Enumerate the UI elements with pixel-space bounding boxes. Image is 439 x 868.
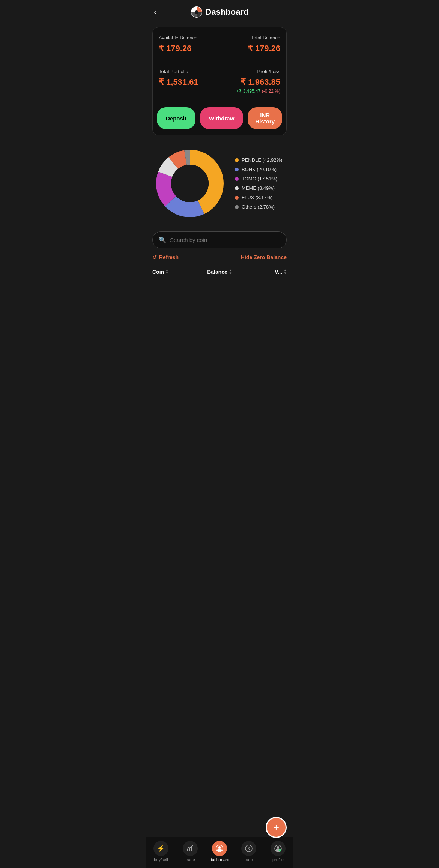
legend-item-meme: MEME (8.49%): [235, 185, 287, 191]
refresh-label: Refresh: [159, 254, 179, 260]
total-balance-value: ₹ 179.26: [226, 44, 280, 53]
svg-point-8: [171, 165, 209, 202]
profit-extra: +₹ 3,495.47 (-0.22 %): [226, 89, 280, 94]
legend-label-bonk: BONK (20.10%): [242, 167, 277, 172]
legend-dot-others: [235, 205, 239, 209]
refresh-icon: ↺: [152, 254, 157, 260]
search-box: 🔍: [152, 231, 287, 248]
balance-card: Available Balance ₹ 179.26 Total Balance…: [152, 27, 287, 135]
legend-item-tomo: TOMO (17.51%): [235, 176, 287, 182]
legend-label-pendle: PENDLE (42.92%): [242, 157, 282, 163]
profit-loss-value: ₹ 1,963.85: [226, 77, 280, 87]
legend-dot-tomo: [235, 177, 239, 181]
col-balance[interactable]: Balance ▲▼: [197, 269, 242, 275]
available-balance-label: Available Balance: [159, 35, 213, 41]
portfolio-value: ₹ 1,531.61: [159, 77, 213, 87]
portfolio-cell: Total Portfolio ₹ 1,531.61: [153, 61, 220, 101]
legend-label-flux: FLUX (8.17%): [242, 195, 272, 200]
header: ‹ Dashboard: [146, 0, 293, 24]
legend-dot-flux: [235, 196, 239, 200]
profit-loss-cell: Profit/Loss ₹ 1,963.85 +₹ 3,495.47 (-0.2…: [220, 61, 286, 101]
donut-chart: [152, 146, 227, 221]
balance-actions: Deposit Withdraw INR History: [153, 101, 286, 135]
col-value[interactable]: V... ▲▼: [242, 269, 287, 275]
chart-section: PENDLE (42.92%) BONK (20.10%) TOMO (17.5…: [146, 138, 293, 228]
legend-dot-pendle: [235, 158, 239, 162]
balance-row2: Total Portfolio ₹ 1,531.61 Profit/Loss ₹…: [153, 61, 286, 101]
table-header: Coin ▲▼ Balance ▲▼ V... ▲▼: [146, 265, 293, 279]
total-balance-cell: Total Balance ₹ 179.26: [220, 27, 286, 61]
legend-label-tomo: TOMO (17.51%): [242, 176, 277, 182]
available-balance-value: ₹ 179.26: [159, 44, 213, 53]
page-title: Dashboard: [206, 7, 249, 17]
refresh-button[interactable]: ↺ Refresh: [152, 254, 179, 260]
back-button[interactable]: ‹: [154, 7, 156, 17]
controls-row: ↺ Refresh Hide Zero Balance: [146, 250, 293, 265]
logo-icon: [191, 6, 203, 18]
sort-arrows-value: ▲▼: [284, 269, 287, 275]
legend-item-bonk: BONK (20.10%): [235, 167, 287, 172]
withdraw-button[interactable]: Withdraw: [200, 107, 243, 129]
legend-label-others: Others (2.78%): [242, 204, 275, 210]
sort-arrows-coin: ▲▼: [165, 269, 168, 275]
col-coin[interactable]: Coin ▲▼: [152, 269, 197, 275]
profit-plus: +₹ 3,495.47: [236, 89, 260, 94]
legend-item-flux: FLUX (8.17%): [235, 195, 287, 200]
inr-history-button[interactable]: INR History: [248, 107, 282, 129]
header-logo: Dashboard: [191, 6, 249, 18]
legend-dot-meme: [235, 186, 239, 190]
svg-point-1: [195, 10, 198, 14]
legend-label-meme: MEME (8.49%): [242, 185, 275, 191]
portfolio-label: Total Portfolio: [159, 69, 213, 74]
sort-arrows-balance: ▲▼: [229, 269, 232, 275]
total-balance-label: Total Balance: [226, 35, 280, 41]
balance-grid: Available Balance ₹ 179.26 Total Balance…: [153, 27, 286, 61]
deposit-button[interactable]: Deposit: [157, 107, 195, 129]
search-section: 🔍: [146, 228, 293, 250]
legend-item-others: Others (2.78%): [235, 204, 287, 210]
search-input[interactable]: [170, 237, 280, 243]
search-icon: 🔍: [159, 236, 166, 243]
hide-zero-button[interactable]: Hide Zero Balance: [241, 254, 287, 260]
chart-legend: PENDLE (42.92%) BONK (20.10%) TOMO (17.5…: [235, 157, 287, 210]
legend-item-pendle: PENDLE (42.92%): [235, 157, 287, 163]
available-balance-cell: Available Balance ₹ 179.26: [153, 27, 220, 61]
legend-dot-bonk: [235, 168, 239, 171]
profit-pct: (-0.22 %): [262, 89, 280, 94]
donut-svg: [152, 146, 227, 221]
profit-loss-label: Profit/Loss: [226, 69, 280, 74]
